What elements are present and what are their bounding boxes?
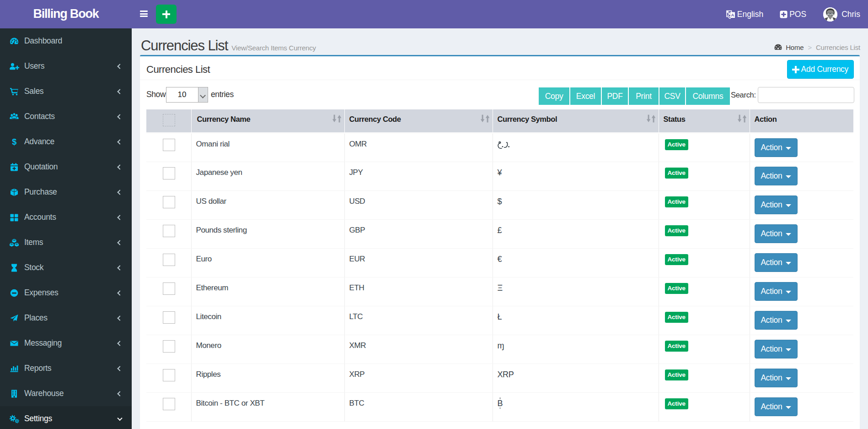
- svg-text:A: A: [731, 12, 734, 17]
- svg-text:$: $: [12, 137, 16, 147]
